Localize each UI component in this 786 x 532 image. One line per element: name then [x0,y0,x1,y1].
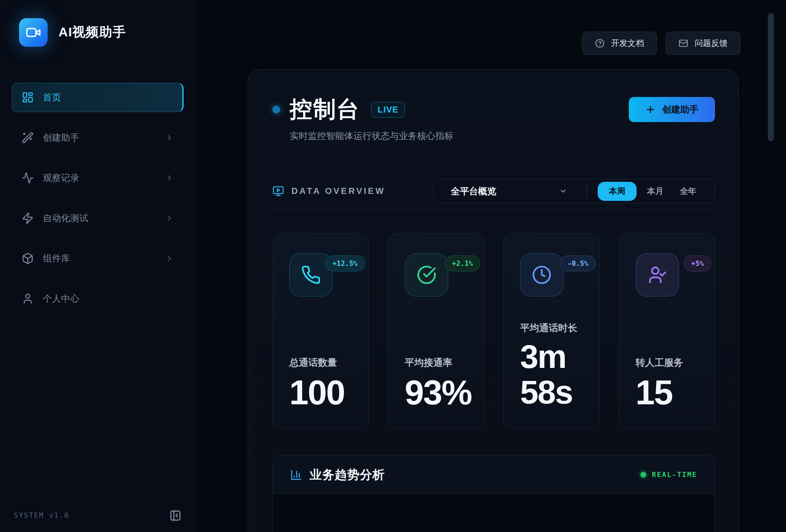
create-assistant-label: 创建助手 [662,103,699,116]
stat-icon-tile [520,253,563,297]
sidebar-item-component-library[interactable]: 组件库 [12,244,184,273]
stat-value: 93% [405,375,475,410]
status-dot [272,106,280,113]
user-icon [22,293,34,305]
trend-chart-area [273,494,715,532]
sidebar-item-automated-testing[interactable]: 自动化测试 [12,203,184,233]
help-circle-icon [595,39,605,48]
sidebar-item-observation-log[interactable]: 观察记录 [12,163,184,193]
data-overview-label: DATA OVERVIEW [291,186,385,196]
stat-icon-tile [405,253,448,297]
feedback-label: 问题反馈 [695,38,728,49]
stat-card-human-transfer: +5% 转人工服务 15 [619,233,715,429]
sidebar-item-label: 组件库 [43,252,70,264]
plus-icon [645,104,656,115]
chevron-down-icon [559,187,567,195]
sidebar-footer: SYSTEM v1.0 [0,498,195,532]
magic-wand-icon [22,132,34,144]
stat-value-seconds: 58s [520,374,591,410]
cube-icon [22,252,34,264]
bar-chart-icon [290,469,302,481]
delta-badge: +5% [684,255,711,271]
check-circle-icon [417,265,437,285]
monitor-play-icon [272,185,284,197]
sidebar-nav: 首页 创建助手 观察记录 自动化测试 [0,65,195,313]
sidebar: AI视频助手 首页 创建助手 观察记录 [0,0,196,532]
sidebar-item-home[interactable]: 首页 [12,83,184,112]
delta-badge: +2.1% [445,255,480,271]
stat-card-answer-rate: +2.1% 平均接通率 93% [388,233,485,429]
sidebar-item-label: 个人中心 [43,293,79,305]
realtime-indicator: REAL-TIME [640,471,697,479]
data-overview-row: DATA OVERVIEW 全平台概览 本周 本月 全年 [272,179,715,203]
sidebar-item-label: 首页 [43,91,61,103]
stat-value-minutes: 3m [520,339,591,374]
collapse-sidebar-icon[interactable] [169,509,181,522]
console-panel: 控制台 LIVE 创建助手 实时监控智能体运行状态与业务核心指标 DATA OV… [248,69,739,532]
create-assistant-button[interactable]: 创建助手 [629,97,715,122]
console-header: 控制台 LIVE 创建助手 [272,94,715,125]
system-version: SYSTEM v1.0 [14,511,69,519]
realtime-label: REAL-TIME [652,471,697,479]
stat-label: 平均接通率 [405,356,475,369]
live-badge: LIVE [371,102,405,118]
trend-header: 业务趋势分析 REAL-TIME [273,455,715,494]
stat-icon-tile [636,253,679,297]
overview-controls: 全平台概览 本周 本月 全年 [433,179,715,203]
sidebar-item-label: 创建助手 [43,132,79,144]
chevron-right-icon [165,133,174,142]
tab-month[interactable]: 本月 [641,182,670,201]
sidebar-item-label: 观察记录 [43,172,79,184]
trend-title: 业务趋势分析 [310,467,385,483]
tab-week[interactable]: 本周 [598,182,637,201]
phone-icon [301,265,321,285]
chevron-right-icon [165,254,174,263]
sidebar-item-personal-center[interactable]: 个人中心 [12,284,184,313]
clock-icon [532,265,552,285]
mail-icon [679,39,688,48]
delta-badge: -0.5% [560,255,595,271]
delta-badge: +12.5% [325,255,365,271]
stat-cards: +12.5% 总通话数量 100 +2.1% 平均接通率 93% [272,233,715,429]
platform-select-value: 全平台概览 [451,185,496,197]
stat-card-avg-duration: -0.5% 平均通话时长 3m 58s [503,233,600,429]
dashboard-grid-icon [22,91,34,103]
platform-select[interactable]: 全平台概览 [433,185,586,197]
video-camera-icon [26,25,41,40]
chevron-right-icon [165,214,174,222]
app-logo [19,18,48,47]
stat-value: 100 [289,375,360,410]
user-check-icon [647,265,667,285]
dev-docs-button[interactable]: 开发文档 [582,32,657,55]
tab-year[interactable]: 全年 [674,182,702,201]
stat-label: 总通话数量 [289,356,360,369]
business-trend-card: 业务趋势分析 REAL-TIME [272,455,715,532]
main-content: 开发文档 问题反馈 控制台 LIVE 创建助手 实时监控智能体运行状态与业务核心… [196,0,786,532]
stat-label: 平均通话时长 [520,322,591,335]
green-status-dot [640,472,646,477]
stat-value: 15 [636,375,706,410]
stat-card-total-calls: +12.5% 总通话数量 100 [272,233,369,429]
logo-row: AI视频助手 [0,0,195,65]
topbar: 开发文档 问题反馈 [196,0,786,55]
scrollbar-thumb[interactable] [768,13,774,141]
activity-pulse-icon [22,172,34,184]
feedback-button[interactable]: 问题反馈 [666,32,741,55]
chevron-right-icon [165,174,174,182]
data-overview-title: DATA OVERVIEW [272,185,385,197]
sidebar-item-label: 自动化测试 [43,212,88,224]
period-tabs: 本周 本月 全年 [587,182,715,201]
dev-docs-label: 开发文档 [611,38,644,49]
lightning-bolt-icon [22,212,34,224]
page-subtitle: 实时监控智能体运行状态与业务核心指标 [290,130,715,142]
section-divider [272,209,715,209]
page-title: 控制台 [290,94,360,125]
stat-label: 转人工服务 [636,356,706,369]
sidebar-item-create-assistant[interactable]: 创建助手 [12,123,184,152]
stat-value: 3m 58s [520,339,591,410]
app-title: AI视频助手 [58,23,126,41]
